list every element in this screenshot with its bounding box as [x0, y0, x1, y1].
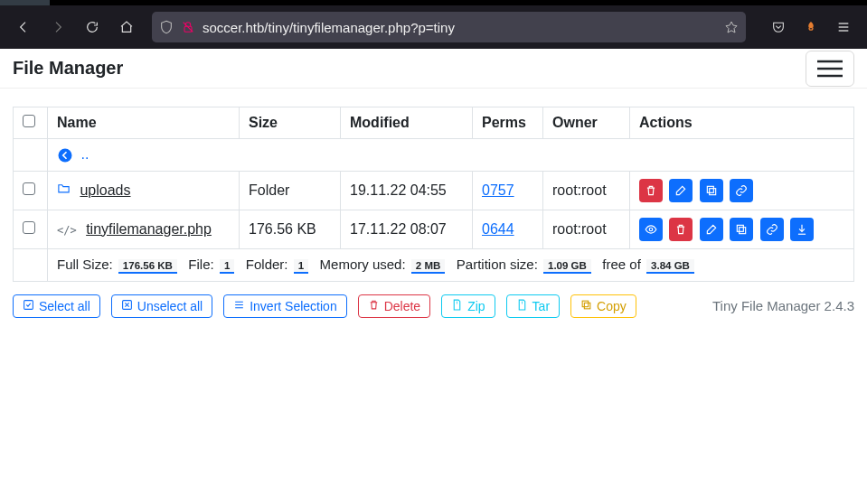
- col-owner[interactable]: Owner: [543, 107, 630, 139]
- zip-label: Zip: [467, 299, 485, 313]
- app-menu-button[interactable]: [829, 13, 858, 42]
- copy-button[interactable]: Copy: [570, 294, 636, 318]
- back-button[interactable]: [9, 13, 38, 42]
- copy-label: Copy: [597, 299, 627, 313]
- col-size[interactable]: Size: [240, 107, 341, 139]
- reload-button[interactable]: [78, 13, 107, 42]
- cell-perms[interactable]: 0644: [482, 221, 514, 237]
- action-view[interactable]: [639, 218, 663, 241]
- select-all-header: [14, 107, 48, 139]
- check-square-icon: [23, 299, 34, 313]
- summary-memory: 2 MB: [411, 259, 445, 274]
- arrow-left-circle-icon: [57, 147, 73, 163]
- action-rename[interactable]: [669, 179, 693, 202]
- action-link[interactable]: [730, 179, 753, 202]
- pocket-icon[interactable]: [764, 13, 793, 42]
- select-all-button[interactable]: Select all: [13, 294, 100, 318]
- summary-partition-label: Partition size:: [457, 257, 538, 272]
- action-delete[interactable]: [639, 179, 663, 202]
- parent-dir-label: ..: [80, 146, 89, 162]
- home-button[interactable]: [112, 13, 141, 42]
- cell-perms[interactable]: 0757: [482, 182, 514, 198]
- nav-toggle-button[interactable]: [806, 51, 854, 87]
- svg-rect-24: [582, 301, 589, 307]
- table-row: uploads Folder 19.11.22 04:55 0757 root:…: [14, 171, 854, 210]
- table-row: </> tinyfilemanager.php 176.56 KB 17.11.…: [14, 210, 854, 248]
- lock-insecure-icon: [181, 20, 195, 34]
- summary-total: 3.84 GB: [646, 259, 694, 274]
- col-perms[interactable]: Perms: [473, 107, 543, 139]
- forward-button[interactable]: [43, 13, 72, 42]
- bookmark-star-icon[interactable]: [724, 20, 739, 34]
- summary-partition: 1.09 GB: [543, 259, 591, 274]
- summary-file-count: 1: [220, 259, 234, 274]
- action-delete[interactable]: [669, 218, 693, 241]
- delete-label: Delete: [384, 299, 420, 313]
- delete-button[interactable]: Delete: [358, 294, 430, 318]
- footer-note: Tiny File Manager 2.4.3: [712, 298, 854, 313]
- summary-memory-label: Memory used:: [320, 257, 406, 272]
- trash-icon: [368, 299, 380, 313]
- svg-rect-9: [710, 188, 716, 194]
- summary-folder-count: 1: [294, 259, 308, 274]
- file-table: Name Size Modified Perms Owner Actions .…: [13, 107, 854, 282]
- action-link[interactable]: [760, 218, 784, 241]
- url-input[interactable]: [203, 20, 717, 35]
- list-icon: [233, 299, 245, 313]
- parent-dir-row[interactable]: ..: [14, 139, 854, 172]
- col-actions: Actions: [630, 107, 854, 139]
- cell-size: 176.56 KB: [240, 210, 341, 248]
- row-checkbox[interactable]: [23, 182, 35, 195]
- summary-full-size-label: Full Size:: [57, 257, 113, 272]
- summary-free-label: free of: [602, 257, 641, 272]
- cell-modified: 17.11.22 08:07: [341, 210, 473, 248]
- cell-owner: root:root: [543, 171, 630, 210]
- url-bar[interactable]: [152, 12, 746, 42]
- x-square-icon: [121, 299, 133, 313]
- summary-file-label: File:: [188, 257, 213, 272]
- svg-point-11: [649, 228, 653, 231]
- action-rename[interactable]: [700, 218, 723, 241]
- copy-icon: [580, 299, 592, 313]
- shield-icon: [159, 20, 174, 34]
- svg-point-8: [59, 148, 72, 162]
- page-navbar: File Manager: [0, 49, 867, 89]
- folder-icon: [57, 182, 74, 198]
- action-copy[interactable]: [700, 179, 723, 202]
- svg-rect-13: [738, 225, 744, 231]
- action-copy[interactable]: [730, 218, 753, 241]
- select-all-label: Select all: [39, 299, 90, 313]
- invert-selection-label: Invert Selection: [250, 299, 337, 313]
- bulk-action-bar: Select all Unselect all Invert Selection…: [13, 282, 854, 331]
- file-archive-icon: [451, 299, 463, 313]
- file-name-link[interactable]: tinyfilemanager.php: [86, 221, 212, 237]
- col-modified[interactable]: Modified: [341, 107, 473, 139]
- table-header-row: Name Size Modified Perms Owner Actions: [14, 107, 854, 139]
- select-all-checkbox[interactable]: [23, 115, 35, 127]
- code-file-icon: </>: [57, 224, 77, 237]
- svg-rect-10: [707, 186, 713, 192]
- action-download[interactable]: [790, 218, 814, 241]
- summary-row: Full Size: 176.56 KB File: 1 Folder: 1 M…: [14, 248, 854, 281]
- row-checkbox[interactable]: [23, 221, 35, 234]
- invert-selection-button[interactable]: Invert Selection: [223, 294, 347, 318]
- page-title: File Manager: [13, 58, 123, 79]
- zip-button[interactable]: Zip: [441, 294, 495, 318]
- tar-button[interactable]: Tar: [506, 294, 560, 318]
- cell-owner: root:root: [543, 210, 630, 248]
- svg-rect-12: [740, 227, 746, 233]
- svg-rect-23: [584, 303, 590, 309]
- tar-label: Tar: [532, 299, 550, 313]
- browser-toolbar: [0, 5, 867, 49]
- file-archive-icon: [516, 299, 528, 313]
- col-name[interactable]: Name: [48, 107, 240, 139]
- unselect-all-button[interactable]: Unselect all: [111, 294, 212, 318]
- unselect-all-label: Unselect all: [137, 299, 203, 313]
- cell-modified: 19.11.22 04:55: [341, 171, 473, 210]
- burp-extension-icon[interactable]: [796, 13, 825, 42]
- summary-full-size: 176.56 KB: [118, 259, 177, 274]
- summary-folder-label: Folder:: [246, 257, 288, 272]
- file-name-link[interactable]: uploads: [80, 182, 130, 198]
- svg-rect-14: [24, 300, 33, 309]
- cell-size: Folder: [240, 171, 341, 210]
